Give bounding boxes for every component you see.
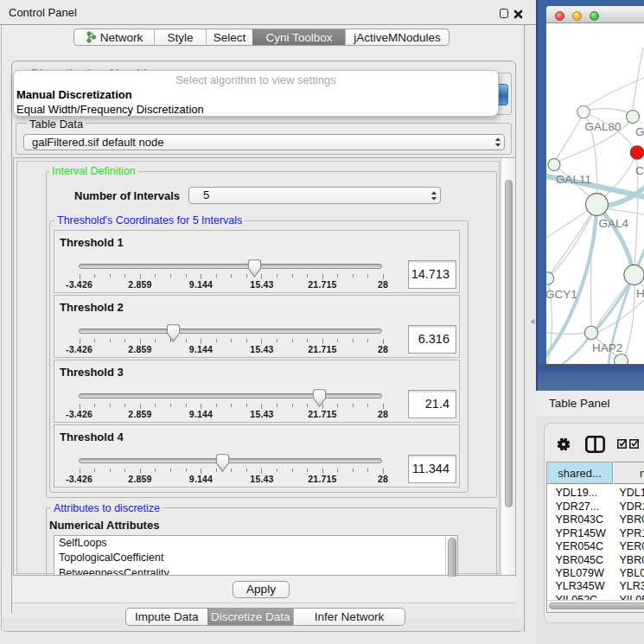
svg-text:HAP2: HAP2 xyxy=(592,341,622,354)
svg-text:GAL11: GAL11 xyxy=(556,173,591,186)
svg-text:GA: GA xyxy=(635,125,644,138)
svg-text:GAL80: GAL80 xyxy=(585,120,622,133)
svg-text:H: H xyxy=(636,287,644,300)
svg-text:C: C xyxy=(635,164,644,177)
svg-text:GCY1: GCY1 xyxy=(546,288,577,301)
svg-text:GAL4: GAL4 xyxy=(599,217,629,230)
